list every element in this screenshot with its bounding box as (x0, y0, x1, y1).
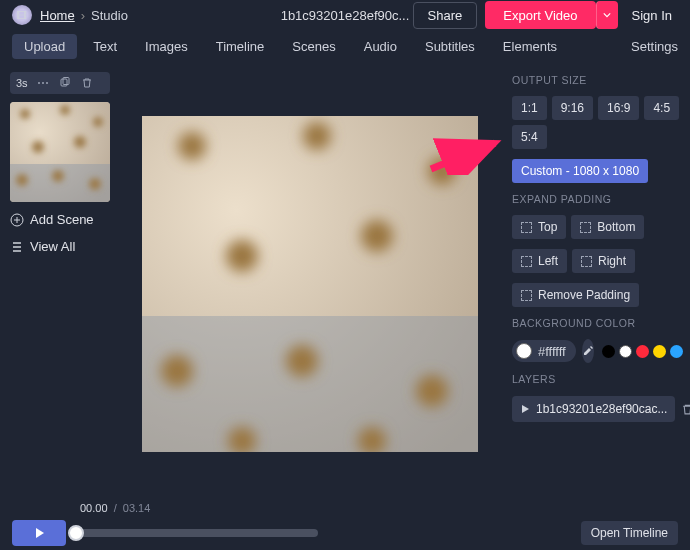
pad-top-button[interactable]: Top (512, 215, 566, 239)
dashed-box-icon (521, 290, 532, 301)
export-video-button[interactable]: Export Video (485, 1, 595, 29)
svg-point-19 (303, 122, 331, 150)
share-button[interactable]: Share (413, 2, 478, 29)
ratio-1-1[interactable]: 1:1 (512, 96, 547, 120)
svg-point-13 (52, 170, 64, 182)
copy-scene-icon[interactable] (58, 76, 72, 90)
dashed-box-icon (521, 222, 532, 233)
svg-point-1 (42, 82, 44, 84)
left-panel: 3s (0, 62, 120, 494)
tab-scenes[interactable]: Scenes (280, 34, 347, 59)
tab-audio[interactable]: Audio (352, 34, 409, 59)
svg-point-2 (46, 82, 48, 84)
total-time: 03.14 (123, 502, 151, 514)
pad-left-button[interactable]: Left (512, 249, 567, 273)
palette-blue[interactable] (670, 345, 683, 358)
eyedropper-icon (582, 345, 594, 357)
view-all-label: View All (30, 239, 75, 254)
sign-in-link[interactable]: Sign In (626, 8, 678, 23)
breadcrumb-home[interactable]: Home (40, 8, 75, 23)
svg-point-11 (74, 136, 86, 148)
svg-point-23 (161, 355, 193, 387)
settings-link[interactable]: Settings (631, 39, 678, 54)
project-title: 1b1c93201e28ef90c... (281, 8, 410, 23)
scene-thumbnail[interactable] (10, 102, 110, 202)
trash-icon (681, 403, 690, 416)
palette-white[interactable] (619, 345, 632, 358)
svg-point-14 (89, 178, 101, 190)
palette-black[interactable] (602, 345, 615, 358)
timeline-scrubber[interactable] (68, 525, 84, 541)
tab-subtitles[interactable]: Subtitles (413, 34, 487, 59)
current-time: 00.00 (80, 502, 108, 514)
svg-point-24 (286, 345, 318, 377)
bg-color-label: BACKGROUND COLOR (512, 317, 680, 329)
tab-timeline[interactable]: Timeline (204, 34, 277, 59)
remove-padding-label: Remove Padding (538, 288, 630, 302)
layer-name: 1b1c93201e28ef90cac... (536, 402, 667, 416)
layers-label: LAYERS (512, 373, 680, 385)
palette-yellow[interactable] (653, 345, 666, 358)
scene-duration-badge[interactable]: 3s (16, 77, 28, 89)
open-timeline-button[interactable]: Open Timeline (581, 521, 678, 545)
chevron-down-icon (603, 11, 611, 19)
bg-swatch-icon (516, 343, 532, 359)
app-logo[interactable]: 🎞 (12, 5, 32, 25)
export-dropdown-button[interactable] (596, 1, 618, 29)
dashed-box-icon (521, 256, 532, 267)
view-all-button[interactable]: View All (10, 237, 110, 256)
svg-point-20 (428, 157, 456, 185)
plus-circle-icon (10, 213, 24, 227)
svg-point-10 (32, 141, 44, 153)
tab-images[interactable]: Images (133, 34, 200, 59)
pad-top-label: Top (538, 220, 557, 234)
layer-item[interactable]: 1b1c93201e28ef90cac... (512, 396, 675, 422)
play-button[interactable] (12, 520, 66, 546)
pad-right-label: Right (598, 254, 626, 268)
tab-elements[interactable]: Elements (491, 34, 569, 59)
svg-point-25 (416, 375, 448, 407)
svg-point-21 (226, 240, 258, 272)
bg-color-field[interactable]: #ffffff (512, 340, 576, 362)
eyedropper-button[interactable] (582, 339, 594, 363)
delete-scene-icon[interactable] (80, 76, 94, 90)
ratio-5-4[interactable]: 5:4 (512, 125, 547, 149)
ratio-4-5[interactable]: 4:5 (644, 96, 679, 120)
pad-right-button[interactable]: Right (572, 249, 635, 273)
ratio-9-16[interactable]: 9:16 (552, 96, 593, 120)
bg-hex-value: #ffffff (538, 344, 566, 359)
dashed-box-icon (581, 256, 592, 267)
add-scene-button[interactable]: Add Scene (10, 210, 110, 229)
canvas-area (120, 62, 500, 494)
remove-padding-button[interactable]: Remove Padding (512, 283, 639, 307)
pad-bottom-button[interactable]: Bottom (571, 215, 644, 239)
output-size-label: OUTPUT SIZE (512, 74, 680, 86)
custom-size-button[interactable]: Custom - 1080 x 1080 (512, 159, 648, 183)
svg-point-8 (60, 105, 70, 115)
pad-left-label: Left (538, 254, 558, 268)
scene-more-icon[interactable] (36, 76, 50, 90)
dashed-box-icon (580, 222, 591, 233)
delete-layer-button[interactable] (681, 395, 690, 423)
play-icon (520, 404, 530, 414)
scene-toolbar: 3s (10, 72, 110, 94)
svg-point-9 (93, 117, 103, 127)
palette-red[interactable] (636, 345, 649, 358)
expand-padding-label: EXPAND PADDING (512, 193, 680, 205)
list-icon (10, 240, 24, 254)
play-icon (33, 527, 45, 539)
right-panel: OUTPUT SIZE 1:1 9:16 16:9 4:5 5:4 Custom… (500, 62, 690, 494)
video-canvas[interactable] (142, 116, 478, 452)
tab-upload[interactable]: Upload (12, 34, 77, 59)
tab-bar: Upload Text Images Timeline Scenes Audio… (0, 30, 690, 62)
svg-point-22 (361, 220, 393, 252)
tab-text[interactable]: Text (81, 34, 129, 59)
timeline-track[interactable] (76, 529, 318, 537)
svg-point-0 (38, 82, 40, 84)
pad-bottom-label: Bottom (597, 220, 635, 234)
breadcrumb-studio[interactable]: Studio (91, 8, 128, 23)
svg-point-18 (178, 132, 206, 160)
ratio-16-9[interactable]: 16:9 (598, 96, 639, 120)
timeline-bar: 00.00 / 03.14 Open Timeline (0, 494, 690, 550)
svg-point-12 (16, 174, 28, 186)
